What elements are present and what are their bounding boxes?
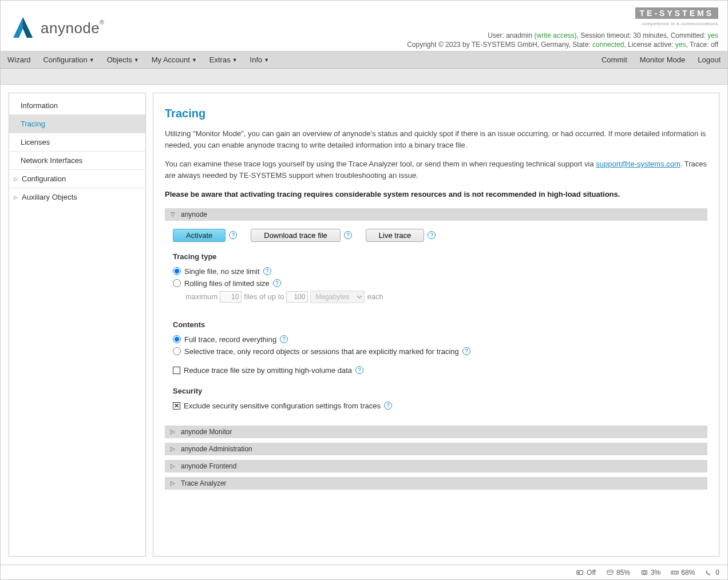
help-icon[interactable]: ? xyxy=(344,231,352,239)
help-icon[interactable]: ? xyxy=(355,366,363,374)
caret-down-icon: ▼ xyxy=(192,57,197,63)
checkbox-exclude-security-label: Exclude security sensitive configuration… xyxy=(184,402,381,410)
memory-icon xyxy=(671,569,679,576)
sidebar-item-auxiliary-objects[interactable]: ▷Auxiliary Objects xyxy=(9,188,145,206)
menu-commit[interactable]: Commit xyxy=(602,55,627,64)
intro-paragraph-2: You can examine these trace logs yoursel… xyxy=(165,158,707,181)
svg-rect-4 xyxy=(643,571,646,574)
logo-area: anynode® xyxy=(10,7,104,49)
expander-down-icon: ▽ xyxy=(171,211,175,217)
status-line: User: anadmin (write access), Session ti… xyxy=(407,31,718,39)
panel-anynode-header[interactable]: ▽ anynode xyxy=(165,208,707,221)
brand-text: anynode® xyxy=(41,19,104,37)
menu-wizard[interactable]: Wizard xyxy=(7,55,30,64)
contents-label: Contents xyxy=(173,320,707,329)
sidebar: Information Tracing Licenses Network Int… xyxy=(9,93,146,557)
panel-anynode-monitor-header[interactable]: ▷ anynode Monitor xyxy=(165,426,707,438)
svg-point-1 xyxy=(578,571,580,574)
status-footer: Off 85% 3% 68% 0 xyxy=(1,565,727,579)
sub-toolbar xyxy=(1,69,727,85)
menu-info[interactable]: Info ▼ xyxy=(250,55,270,64)
page-title: Tracing xyxy=(165,107,707,120)
menu-my-account[interactable]: My Account ▼ xyxy=(152,55,197,64)
phone-icon xyxy=(705,569,713,576)
radio-selective-trace-label: Selective trace, only record objects or … xyxy=(184,347,459,356)
svg-rect-3 xyxy=(642,570,647,574)
security-label: Security xyxy=(173,387,707,395)
radio-full-trace[interactable] xyxy=(173,335,181,343)
unit-select[interactable]: Megabytes xyxy=(310,291,365,303)
triangle-right-icon: ▷ xyxy=(14,194,19,200)
radio-rolling-files[interactable] xyxy=(173,279,181,287)
panel-anynode-frontend-header[interactable]: ▷ anynode Frontend xyxy=(165,460,707,472)
triangle-right-icon: ▷ xyxy=(14,176,19,182)
help-icon[interactable]: ? xyxy=(462,347,470,355)
status-disk: 85% xyxy=(606,569,630,577)
help-icon[interactable]: ? xyxy=(263,267,271,275)
menu-objects[interactable]: Objects ▼ xyxy=(107,55,139,64)
file-size-input[interactable] xyxy=(286,291,308,303)
caret-down-icon: ▼ xyxy=(264,57,269,63)
help-icon[interactable]: ? xyxy=(229,231,237,239)
caret-down-icon: ▼ xyxy=(134,57,139,63)
status-calls: 0 xyxy=(705,569,719,577)
panel-trace-analyzer-header[interactable]: ▷ Trace Analyzer xyxy=(165,477,707,490)
sidebar-item-licenses[interactable]: Licenses xyxy=(9,133,145,152)
anynode-logo-icon xyxy=(10,15,36,41)
radio-full-trace-label: Full trace, record everything xyxy=(184,335,276,344)
expander-right-icon: ▷ xyxy=(171,463,175,469)
radio-single-file-label: Single file, no size limit xyxy=(184,267,260,276)
status-trace-off: Off xyxy=(576,569,596,577)
checkbox-reduce-size[interactable] xyxy=(173,367,180,374)
live-trace-button[interactable]: Live trace xyxy=(366,229,424,242)
status-memory: 68% xyxy=(671,569,695,577)
vendor-logo: TE-SYSTEMS competence in e-communication… xyxy=(407,7,718,27)
radio-rolling-files-label: Rolling files of limited size xyxy=(184,279,270,288)
intro-paragraph-1: Utilizing "Monitor Mode", you can gain a… xyxy=(165,128,707,150)
menu-monitor-mode[interactable]: Monitor Mode xyxy=(640,55,685,64)
menu-logout[interactable]: Logout xyxy=(698,55,721,64)
warning-paragraph: Please be aware that activating tracing … xyxy=(165,189,707,200)
tracing-type-label: Tracing type xyxy=(173,252,707,261)
sidebar-item-network-interfaces[interactable]: Network Interfaces xyxy=(9,152,145,170)
panel-anynode-administration-header[interactable]: ▷ anynode Administration xyxy=(165,443,707,455)
cpu-icon xyxy=(640,569,648,576)
main-panel: Tracing Utilizing "Monitor Mode", you ca… xyxy=(153,93,719,557)
expander-right-icon: ▷ xyxy=(171,428,175,435)
checkbox-reduce-size-label: Reduce trace file size by omitting high-… xyxy=(184,366,352,375)
expander-right-icon: ▷ xyxy=(171,480,175,486)
radio-single-file[interactable] xyxy=(173,267,181,275)
caret-down-icon: ▼ xyxy=(89,57,94,63)
help-icon[interactable]: ? xyxy=(384,402,392,410)
maximum-label: maximum xyxy=(185,292,217,301)
sidebar-item-information[interactable]: Information xyxy=(9,97,145,115)
status-cpu: 3% xyxy=(640,569,660,577)
max-files-input[interactable] xyxy=(220,291,242,303)
download-trace-button[interactable]: Download trace file xyxy=(251,229,341,242)
support-email-link[interactable]: support@te-systems.com xyxy=(596,160,680,168)
files-of-up-to-label: files of up to xyxy=(244,292,284,301)
svg-point-2 xyxy=(607,570,614,572)
expander-right-icon: ▷ xyxy=(171,446,175,452)
menu-extras[interactable]: Extras ▼ xyxy=(209,55,238,64)
help-icon[interactable]: ? xyxy=(280,335,288,343)
help-icon[interactable]: ? xyxy=(428,231,436,239)
sidebar-item-configuration[interactable]: ▷Configuration xyxy=(9,170,145,188)
each-label: each xyxy=(367,292,383,301)
checkbox-exclude-security[interactable]: ✕ xyxy=(173,402,180,410)
radio-selective-trace[interactable] xyxy=(173,347,181,355)
copyright-line: Copyright © 2023 by TE-SYSTEMS GmbH, Ger… xyxy=(407,41,718,49)
caret-down-icon: ▼ xyxy=(232,57,238,63)
record-off-icon xyxy=(576,569,584,576)
disk-icon xyxy=(606,569,614,576)
help-icon[interactable]: ? xyxy=(273,279,281,287)
sidebar-item-tracing[interactable]: Tracing xyxy=(9,115,145,133)
activate-button[interactable]: Activate xyxy=(173,229,225,242)
menu-configuration[interactable]: Configuration ▼ xyxy=(43,55,94,64)
